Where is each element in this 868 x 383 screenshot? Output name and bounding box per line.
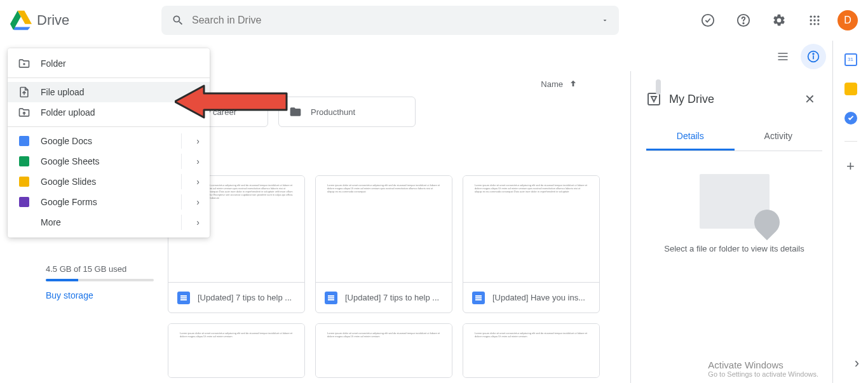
new-menu: Folder File upload Folder upload Google … xyxy=(8,48,210,238)
svg-point-9 xyxy=(810,23,812,25)
svg-point-10 xyxy=(813,23,815,25)
folder-card[interactable]: Producthunt xyxy=(278,97,416,127)
storage-section: 4.5 GB of 15 GB used Buy storage xyxy=(46,264,154,300)
file-preview: Lorem ipsum dolor sit amet consectetur a… xyxy=(463,324,599,377)
svg-point-2 xyxy=(743,23,743,24)
chevron-right-icon: › xyxy=(196,156,200,166)
app-title: Drive xyxy=(37,12,69,29)
search-area xyxy=(161,6,619,35)
svg-point-14 xyxy=(813,53,814,55)
menu-separator xyxy=(8,77,210,78)
file-row: Lorem ipsum dolor sit amet consectetur a… xyxy=(168,323,625,378)
search-box[interactable] xyxy=(161,6,619,35)
menu-label: Folder upload xyxy=(41,107,95,118)
name-column-header[interactable]: Name xyxy=(541,79,610,89)
details-tabs: Details Activity xyxy=(646,123,822,151)
docs-icon xyxy=(177,292,190,304)
chevron-right-icon: › xyxy=(196,136,200,146)
storage-bar xyxy=(46,279,154,281)
watermark-sub: Go to Settings to activate Windows. xyxy=(708,370,818,378)
menu-item-google-forms[interactable]: Google Forms › xyxy=(8,192,210,212)
menu-label: Google Docs xyxy=(41,136,92,146)
search-input[interactable] xyxy=(192,15,593,26)
list-view-button[interactable] xyxy=(770,44,796,69)
file-preview: Lorem ipsum dolor sit amet consectetur a… xyxy=(463,176,599,282)
details-title: My Drive xyxy=(669,93,714,106)
folder-upload-icon xyxy=(18,106,31,119)
offline-ready-icon[interactable] xyxy=(695,8,721,33)
menu-item-google-sheets[interactable]: Google Sheets › xyxy=(8,151,210,171)
svg-point-4 xyxy=(813,16,815,18)
storage-text: 4.5 GB of 15 GB used xyxy=(46,264,154,274)
details-header: My Drive ✕ xyxy=(646,86,822,112)
chevron-right-icon: › xyxy=(196,177,200,187)
help-icon[interactable] xyxy=(731,8,756,33)
docs-icon xyxy=(472,292,485,304)
file-row: Lorem ipsum dolor sit amet consectetur a… xyxy=(168,175,625,313)
file-footer: [Updated] 7 tips to help ... xyxy=(168,282,304,312)
menu-item-more[interactable]: More › xyxy=(8,212,210,232)
file-card[interactable]: Lorem ipsum dolor sit amet consectetur a… xyxy=(463,323,600,378)
activate-windows-watermark: Activate Windows Go to Settings to activ… xyxy=(708,359,818,378)
file-card[interactable]: Lorem ipsum dolor sit amet consectetur a… xyxy=(315,323,452,378)
drive-logo-icon xyxy=(10,10,32,31)
settings-icon[interactable] xyxy=(766,8,792,33)
name-column-label: Name xyxy=(541,79,563,89)
tab-activity[interactable]: Activity xyxy=(735,123,823,151)
menu-item-google-slides[interactable]: Google Slides › xyxy=(8,171,210,192)
menu-label: Google Sheets xyxy=(41,156,100,166)
avatar-letter: D xyxy=(844,15,851,26)
docs-icon xyxy=(18,135,31,147)
file-preview: Lorem ipsum dolor sit amet consectetur a… xyxy=(168,324,304,377)
file-preview: Lorem ipsum dolor sit amet consectetur a… xyxy=(316,324,452,377)
info-button[interactable] xyxy=(801,44,826,69)
details-panel: My Drive ✕ Details Activity Select a fil… xyxy=(630,71,832,383)
apps-icon[interactable] xyxy=(802,8,827,33)
buy-storage-link[interactable]: Buy storage xyxy=(46,290,154,300)
svg-marker-16 xyxy=(175,86,287,118)
menu-label: More xyxy=(41,217,61,227)
details-body: Select a file or folder to view its deta… xyxy=(646,151,822,253)
scrollbar-thumb[interactable] xyxy=(656,79,661,95)
rail-divider xyxy=(844,141,857,142)
menu-item-folder[interactable]: Folder xyxy=(8,53,210,74)
close-button[interactable]: ✕ xyxy=(797,86,822,112)
keep-icon[interactable] xyxy=(844,83,857,95)
tasks-icon[interactable] xyxy=(844,112,857,124)
file-card[interactable]: Lorem ipsum dolor sit amet consectetur a… xyxy=(168,323,305,378)
docs-icon xyxy=(325,292,337,304)
sort-arrow-up-icon xyxy=(568,79,578,89)
sheets-icon xyxy=(18,155,31,168)
menu-label: Google Slides xyxy=(41,177,96,187)
calendar-icon[interactable]: 31 xyxy=(844,53,857,66)
file-upload-icon xyxy=(18,86,31,98)
menu-separator xyxy=(8,126,210,127)
menu-item-google-docs[interactable]: Google Docs › xyxy=(8,131,210,151)
chevron-right-icon: › xyxy=(196,197,200,207)
collapse-rail-button[interactable]: › xyxy=(855,355,859,372)
file-footer: [Updated] 7 tips to help ... xyxy=(316,282,452,312)
search-icon xyxy=(172,14,184,27)
folder-icon xyxy=(289,105,302,118)
file-name: [Updated] Have you ins... xyxy=(492,293,585,302)
chevron-right-icon: › xyxy=(196,217,200,227)
dropdown-icon[interactable] xyxy=(601,17,609,24)
logo-area[interactable]: Drive xyxy=(10,10,161,31)
right-rail: 31 + › xyxy=(832,41,868,383)
svg-point-3 xyxy=(810,16,812,18)
add-addon-button[interactable]: + xyxy=(846,158,855,175)
avatar[interactable]: D xyxy=(837,10,858,30)
svg-point-8 xyxy=(817,19,819,21)
header-icons: D xyxy=(695,8,858,33)
file-card[interactable]: Lorem ipsum dolor sit amet consectetur a… xyxy=(463,175,600,313)
file-card[interactable]: Lorem ipsum dolor sit amet consectetur a… xyxy=(315,175,452,313)
placeholder-image xyxy=(700,174,770,229)
folder-label: Producthunt xyxy=(311,107,355,117)
svg-rect-15 xyxy=(648,93,660,105)
arrow-annotation xyxy=(175,84,289,119)
file-name: [Updated] 7 tips to help ... xyxy=(198,293,292,302)
blank-icon xyxy=(18,216,31,229)
tab-details[interactable]: Details xyxy=(646,123,735,151)
svg-point-11 xyxy=(817,23,819,25)
watermark-title: Activate Windows xyxy=(708,359,783,370)
